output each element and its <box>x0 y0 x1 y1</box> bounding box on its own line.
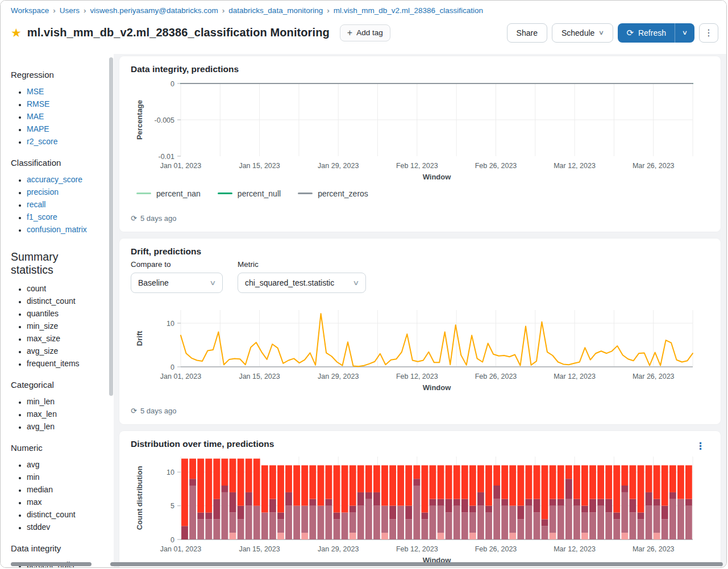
breadcrumb-link[interactable]: Workspace <box>11 6 49 15</box>
svg-text:Mar 26, 2023: Mar 26, 2023 <box>633 373 675 380</box>
sidebar-link-accuracy_score[interactable]: accuracy_score <box>27 175 82 184</box>
breadcrumb-link[interactable]: Users <box>60 6 80 15</box>
sidebar-link-f1_score[interactable]: f1_score <box>27 212 57 221</box>
title-row: ★ ml.vish_mm_db_v2.ml_28386_classificati… <box>1 15 726 54</box>
last-refreshed-note: ⟳ 5 days ago <box>131 214 709 223</box>
breadcrumb-link[interactable]: ml.vish_mm_db_v2.ml_28386_classification <box>334 6 483 15</box>
refresh-icon: ⟳ <box>626 28 634 38</box>
horizontal-scrollbar[interactable] <box>110 562 723 566</box>
sidebar-item: MSE <box>27 85 108 98</box>
share-button[interactable]: Share <box>507 23 547 43</box>
drift-chart[interactable]: 100Jan 01, 2023Jan 15, 2023Jan 29, 2023F… <box>131 302 709 398</box>
chevron-down-icon: ∨ <box>598 29 604 36</box>
svg-text:Jan 15, 2023: Jan 15, 2023 <box>239 162 280 170</box>
svg-text:10: 10 <box>167 319 174 327</box>
last-refreshed-note: ⟳ 5 days ago <box>131 407 709 415</box>
svg-text:Feb 12, 2023: Feb 12, 2023 <box>396 162 438 170</box>
card-head: Distribution over time, predictions ⋮ <box>131 439 709 453</box>
sidebar-heading: Classification <box>11 158 108 168</box>
svg-text:Window: Window <box>423 383 452 392</box>
sidebar-item: min_size <box>27 320 108 332</box>
schedule-button[interactable]: Schedule ∨ <box>552 23 613 43</box>
kebab-icon: ⋮ <box>704 27 713 38</box>
card-distribution: Distribution over time, predictions ⋮ 10… <box>119 431 721 568</box>
legend-item-percent_zeros[interactable]: percent_zeros <box>298 189 368 198</box>
sidebar-link-MAPE[interactable]: MAPE <box>27 124 49 133</box>
sidebar-item: accuracy_score <box>27 173 108 186</box>
sidebar-list: avgminmedianmaxdistinct_countstddev <box>11 458 108 533</box>
svg-text:5: 5 <box>170 502 174 510</box>
refresh-button[interactable]: ⟳ Refresh <box>618 23 675 43</box>
svg-text:Mar 26, 2023: Mar 26, 2023 <box>633 162 675 170</box>
refresh-icon: ⟳ <box>131 407 137 415</box>
sidebar-link-confusion_matrix[interactable]: confusion_matrix <box>27 225 87 234</box>
svg-text:10: 10 <box>167 468 174 476</box>
svg-text:0: 0 <box>170 535 174 543</box>
metric-select[interactable]: chi_squared_test.statistic ∨ <box>238 273 366 293</box>
add-tag-button[interactable]: + Add tag <box>340 24 390 41</box>
sidebar-heading: Numeric <box>11 443 108 453</box>
compare-to-control: Compare to Baseline ∨ <box>131 260 223 293</box>
legend-item-percent_null[interactable]: percent_null <box>218 189 281 198</box>
sidebar-link-MAE[interactable]: MAE <box>27 112 44 121</box>
svg-text:Mar 12, 2023: Mar 12, 2023 <box>554 162 596 170</box>
breadcrumb-link[interactable]: viswesh.periyasamy@databricks.com <box>90 6 218 15</box>
sidebar-list: min_lenmax_lenavg_len <box>11 395 108 433</box>
refresh-split-button: ⟳ Refresh ∨ <box>618 23 694 43</box>
svg-text:Percentage: Percentage <box>135 100 144 140</box>
sidebar-item: max_len <box>27 408 108 420</box>
svg-text:Feb 12, 2023: Feb 12, 2023 <box>396 373 438 380</box>
svg-text:Jan 01, 2023: Jan 01, 2023 <box>160 545 201 553</box>
distribution-chart[interactable]: 1050Jan 01, 2023Jan 15, 2023Jan 29, 2023… <box>131 453 709 568</box>
svg-text:-0.005: -0.005 <box>155 116 174 124</box>
svg-text:Jan 15, 2023: Jan 15, 2023 <box>239 373 280 380</box>
sidebar-link-RMSE[interactable]: RMSE <box>27 99 49 108</box>
legend-item-percent_nan[interactable]: percent_nan <box>136 189 201 198</box>
svg-text:Feb 26, 2023: Feb 26, 2023 <box>475 373 517 380</box>
sidebar-item: min <box>27 471 108 483</box>
header-kebab-button[interactable]: ⋮ <box>699 23 718 43</box>
app-window: Workspace›Users›viswesh.periyasamy@datab… <box>0 0 727 568</box>
breadcrumb-link[interactable]: databricks_data_monitoring <box>228 6 323 15</box>
sidebar-heading: Data integrity <box>11 543 108 553</box>
sidebar-link-r2_score[interactable]: r2_score <box>27 137 57 146</box>
svg-text:Mar 12, 2023: Mar 12, 2023 <box>554 373 596 380</box>
sidebar-link-precision[interactable]: precision <box>27 187 59 196</box>
data-integrity-chart[interactable]: 0-0.005-0.01Jan 01, 2023Jan 15, 2023Jan … <box>131 78 709 187</box>
body-row: RegressionMSERMSEMAEMAPEr2_scoreClassifi… <box>1 54 726 568</box>
sidebar-link-recall[interactable]: recall <box>27 200 45 209</box>
sidebar-link-MSE[interactable]: MSE <box>27 87 44 96</box>
sidebar-item: stddev <box>27 521 108 533</box>
sidebar-scrollbar[interactable] <box>109 57 113 396</box>
svg-text:-0.01: -0.01 <box>159 152 175 160</box>
favorite-star-icon[interactable]: ★ <box>11 27 22 39</box>
svg-text:0: 0 <box>170 80 174 87</box>
svg-text:Mar 12, 2023: Mar 12, 2023 <box>554 545 596 553</box>
sidebar-item: r2_score <box>27 135 108 148</box>
compare-to-select[interactable]: Baseline ∨ <box>131 273 223 293</box>
sidebar-item: distinct_count <box>27 295 108 307</box>
sidebar-list: accuracy_scoreprecisionrecallf1_scorecon… <box>11 173 108 236</box>
svg-text:Jan 01, 2023: Jan 01, 2023 <box>160 373 201 380</box>
legend-swatch <box>136 193 151 194</box>
refresh-dropdown-button[interactable]: ∨ <box>675 23 694 43</box>
metric-control: Metric chi_squared_test.statistic ∨ <box>238 260 366 293</box>
sidebar-item: precision <box>27 186 108 198</box>
legend-label: percent_null <box>238 189 281 198</box>
legend-label: percent_nan <box>156 189 201 198</box>
card-title: Data integrity, predictions <box>131 64 709 74</box>
add-tag-label: Add tag <box>356 28 383 37</box>
svg-text:Mar 26, 2023: Mar 26, 2023 <box>633 545 675 553</box>
card-title: Distribution over time, predictions <box>131 439 274 449</box>
plus-icon: + <box>347 28 352 38</box>
sidebar-heading: Categorical <box>11 380 108 390</box>
breadcrumb-separator: › <box>327 6 330 15</box>
card-kebab-button[interactable]: ⋮ <box>692 439 709 453</box>
main-content: Data integrity, predictions 0-0.005-0.01… <box>114 54 726 568</box>
sidebar: RegressionMSERMSEMAEMAPEr2_scoreClassifi… <box>1 54 114 568</box>
svg-text:Jan 15, 2023: Jan 15, 2023 <box>239 545 280 553</box>
sidebar-item: median <box>27 483 108 496</box>
horizontal-scrollbar[interactable] <box>11 562 91 566</box>
legend-swatch <box>218 193 232 194</box>
sidebar-item: f1_score <box>27 211 108 223</box>
